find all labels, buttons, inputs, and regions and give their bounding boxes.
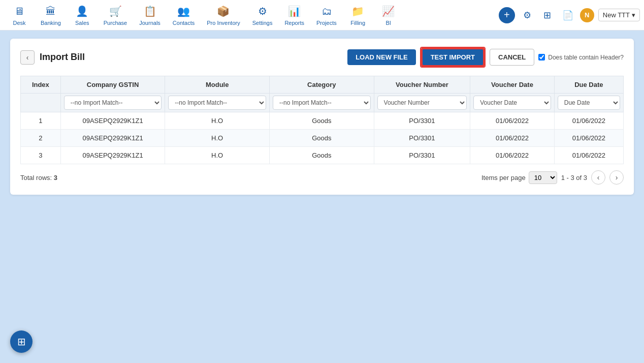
nav-item-settings[interactable]: ⚙ Settings bbox=[246, 0, 279, 31]
add-button[interactable]: + bbox=[499, 7, 515, 23]
nav-label-purchase: Purchase bbox=[104, 20, 127, 26]
nav-item-bi[interactable]: 📈 BI bbox=[373, 0, 404, 31]
items-per-page-select[interactable]: 10 25 50 100 bbox=[529, 171, 557, 184]
chevron-left-icon: ‹ bbox=[597, 173, 600, 182]
chevron-down-icon: ▾ bbox=[632, 11, 635, 19]
prev-page-button[interactable]: ‹ bbox=[591, 170, 605, 185]
cell-due-date: 01/06/2022 bbox=[554, 112, 623, 130]
pro-inventory-icon: 📦 bbox=[216, 4, 231, 18]
cell-category: Goods bbox=[269, 112, 374, 130]
cell-voucher-date: 01/06/2022 bbox=[470, 147, 555, 164]
category-filter[interactable]: --no Import Match-- bbox=[273, 96, 371, 110]
col-voucher-number: Voucher Number bbox=[374, 76, 470, 94]
nav-label-desk: Desk bbox=[13, 20, 25, 26]
cell-category: Goods bbox=[269, 130, 374, 147]
total-rows: Total rows: 3 bbox=[20, 174, 57, 182]
nav-label-banking: Banking bbox=[41, 20, 61, 26]
items-per-page-label: Items per page bbox=[481, 174, 526, 182]
desk-icon: 🖥 bbox=[12, 4, 26, 18]
table-body: 1 09ASEPQ2929K1Z1 H.O Goods PO/3301 01/0… bbox=[21, 112, 624, 164]
total-rows-value: 3 bbox=[54, 174, 57, 182]
cell-company-gstin: 09ASEPQ2929K1Z1 bbox=[60, 130, 165, 147]
page-info: 1 - 3 of 3 bbox=[561, 174, 587, 182]
cell-voucher-number: PO/3301 bbox=[374, 112, 470, 130]
test-import-wrapper: TEST IMPORT bbox=[420, 47, 486, 68]
gear-icon[interactable]: ⚙ bbox=[519, 7, 535, 23]
voucher-date-filter[interactable]: Voucher Date bbox=[473, 96, 551, 110]
test-import-button[interactable]: TEST IMPORT bbox=[422, 48, 484, 66]
cell-module: H.O bbox=[165, 147, 270, 164]
contacts-icon: 👥 bbox=[177, 4, 191, 18]
cell-voucher-number: PO/3301 bbox=[374, 147, 470, 164]
settings-icon: ⚙ bbox=[255, 4, 270, 18]
module-filter[interactable]: --no Import Match-- bbox=[168, 96, 266, 110]
col-voucher-date: Voucher Date bbox=[470, 76, 555, 94]
table-row: 2 09ASEPQ2929K1Z1 H.O Goods PO/3301 01/0… bbox=[21, 130, 624, 147]
nav-item-projects[interactable]: 🗂 Projects bbox=[310, 0, 343, 31]
nav-label-settings: Settings bbox=[252, 20, 273, 26]
nav-label-sales: Sales bbox=[75, 20, 89, 26]
next-page-button[interactable]: › bbox=[609, 170, 624, 185]
nav-item-sales[interactable]: 👤 Sales bbox=[67, 0, 98, 31]
cell-due-date: 01/06/2022 bbox=[554, 130, 623, 147]
avatar: N bbox=[580, 8, 594, 22]
cancel-button[interactable]: CANCEL bbox=[490, 49, 534, 66]
bottom-float-button[interactable]: ⊞ bbox=[10, 330, 33, 353]
cell-category: Goods bbox=[269, 147, 374, 164]
nav-item-pro-inventory[interactable]: 📦 Pro Inventory bbox=[201, 0, 246, 31]
due-date-filter[interactable]: Due Date bbox=[558, 96, 620, 110]
cell-company-gstin: 09ASEPQ2929K1Z1 bbox=[60, 147, 165, 164]
reports-icon: 📊 bbox=[287, 4, 302, 18]
purchase-icon: 🛒 bbox=[108, 4, 122, 18]
nav-label-contacts: Contacts bbox=[173, 20, 195, 26]
cell-due-date: 01/06/2022 bbox=[554, 147, 623, 164]
table-row: 1 09ASEPQ2929K1Z1 H.O Goods PO/3301 01/0… bbox=[21, 112, 624, 130]
cell-index: 1 bbox=[21, 112, 61, 130]
nav-label-journals: Journals bbox=[139, 20, 160, 26]
chevron-right-icon: › bbox=[616, 173, 618, 182]
cell-module: H.O bbox=[165, 130, 270, 147]
card-header: ‹ Import Bill LOAD NEW FILE TEST IMPORT … bbox=[20, 47, 624, 68]
col-module: Module bbox=[165, 76, 270, 94]
nav-label-filling: Filling bbox=[350, 20, 365, 26]
col-due-date: Due Date bbox=[554, 76, 623, 94]
user-menu-button[interactable]: New TTT ▾ bbox=[598, 9, 640, 21]
cell-index: 2 bbox=[21, 130, 61, 147]
back-button[interactable]: ‹ bbox=[20, 50, 35, 65]
nav-item-filling[interactable]: 📁 Filling bbox=[343, 0, 373, 31]
back-icon: ‹ bbox=[26, 53, 29, 62]
grid-float-icon: ⊞ bbox=[17, 336, 26, 348]
contains-header-checkbox[interactable] bbox=[538, 54, 545, 60]
filter-row: --no Import Match-- --no Import Match-- … bbox=[21, 94, 624, 112]
load-new-file-button[interactable]: LOAD NEW FILE bbox=[347, 49, 416, 65]
page-title: Import Bill bbox=[40, 52, 85, 63]
nav-item-purchase[interactable]: 🛒 Purchase bbox=[98, 0, 133, 31]
voucher-number-filter[interactable]: Voucher Number bbox=[377, 96, 467, 110]
table-wrapper: Index Company GSTIN Module Category Vouc… bbox=[20, 76, 624, 164]
pagination-right: Items per page 10 25 50 100 1 - 3 of 3 ‹… bbox=[481, 170, 624, 185]
nav-item-banking[interactable]: 🏛 Banking bbox=[35, 0, 67, 31]
filling-icon: 📁 bbox=[351, 4, 365, 18]
cell-voucher-date: 01/06/2022 bbox=[470, 130, 555, 147]
nav-item-journals[interactable]: 📋 Journals bbox=[133, 0, 167, 31]
table-footer: Total rows: 3 Items per page 10 25 50 10… bbox=[20, 170, 624, 185]
company-gstin-filter[interactable]: --no Import Match-- bbox=[64, 96, 162, 110]
cell-company-gstin: 09ASEPQ2929K1Z1 bbox=[60, 112, 165, 130]
grid-icon[interactable]: ⊞ bbox=[539, 7, 556, 23]
card-header-left: ‹ Import Bill bbox=[20, 50, 85, 65]
nav-label-pro-inventory: Pro Inventory bbox=[207, 20, 240, 26]
total-rows-label: Total rows: bbox=[20, 174, 52, 182]
journals-icon: 📋 bbox=[143, 4, 157, 18]
nav-item-contacts[interactable]: 👥 Contacts bbox=[167, 0, 201, 31]
nav-item-reports[interactable]: 📊 Reports bbox=[278, 0, 310, 31]
bi-icon: 📈 bbox=[381, 4, 396, 18]
banking-icon: 🏛 bbox=[44, 4, 58, 18]
col-index: Index bbox=[21, 76, 61, 94]
nav-items: 🖥 Desk 🏛 Banking 👤 Sales 🛒 Purchase 📋 Jo… bbox=[4, 0, 499, 31]
nav-item-desk[interactable]: 🖥 Desk bbox=[4, 0, 35, 31]
document-icon[interactable]: 📄 bbox=[560, 7, 576, 23]
nav-label-bi: BI bbox=[386, 20, 391, 26]
card-header-right: LOAD NEW FILE TEST IMPORT CANCEL Does ta… bbox=[347, 47, 624, 68]
cell-voucher-date: 01/06/2022 bbox=[470, 112, 555, 130]
import-bill-card: ‹ Import Bill LOAD NEW FILE TEST IMPORT … bbox=[10, 39, 634, 195]
